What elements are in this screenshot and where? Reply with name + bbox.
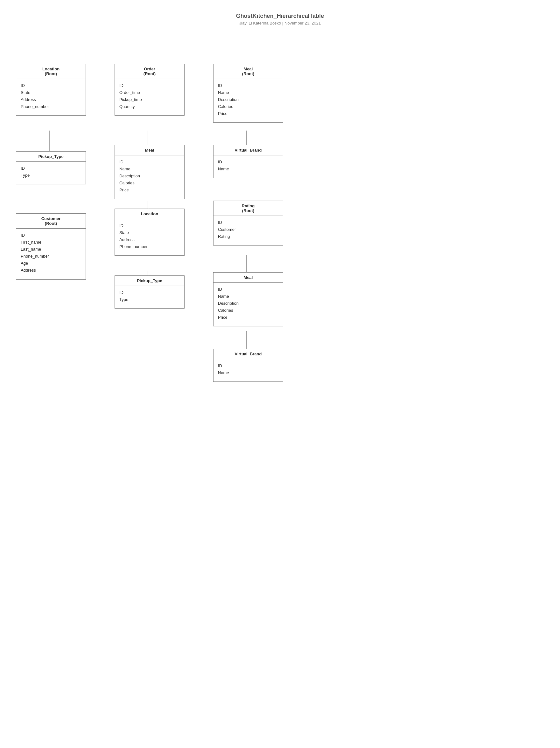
meal-order-table: Meal IDNameDescriptionCaloriesPrice [115, 145, 185, 199]
connectors-svg [0, 32, 560, 732]
meal-root-body: IDNameDescriptionCaloriesPrice [214, 79, 283, 122]
location-meal-table: Location IDStateAddressPhone_number [115, 209, 185, 256]
order-root-header: Order (Root) [115, 64, 184, 79]
customer-root-body: IDFirst_nameLast_namePhone_numberAgeAddr… [16, 229, 86, 279]
meal-rating-table: Meal IDNameDescriptionCaloriesPrice [213, 272, 283, 326]
meal-root-table: Meal (Root) IDNameDescriptionCaloriesPri… [213, 64, 283, 123]
meal-order-body: IDNameDescriptionCaloriesPrice [115, 156, 184, 199]
customer-root-header: Customer (Root) [16, 214, 86, 229]
virtual-brand-meal-root-header: Virtual_Brand [214, 145, 283, 156]
location-root-body: IDStateAddressPhone_number [16, 79, 86, 115]
pickup-type-location-table: Pickup_Type IDType [115, 276, 185, 308]
rating-root-table: Rating (Root) IDCustomerRating [213, 201, 283, 246]
pickup-type-left-table: Pickup_Type IDType [16, 151, 86, 184]
virtual-brand-meal-root-table: Virtual_Brand IDName [213, 145, 283, 178]
virtual-brand-meal-root-body: IDName [214, 156, 283, 178]
pickup-type-left-body: IDType [16, 162, 86, 184]
location-root-table: Location (Root) IDStateAddressPhone_numb… [16, 64, 86, 116]
order-root-body: IDOrder_timePickup_timeQuantity [115, 79, 184, 115]
rating-root-body: IDCustomerRating [214, 216, 283, 245]
page-subtitle: Jiayi Li Katerina Bosko | November 23, 2… [0, 21, 560, 25]
virtual-brand-rating-table: Virtual_Brand IDName [213, 349, 283, 382]
meal-rating-body: IDNameDescriptionCaloriesPrice [214, 283, 283, 326]
page-header: GhostKitchen_HierarchicalTable Jiayi Li … [0, 0, 560, 32]
virtual-brand-rating-header: Virtual_Brand [214, 349, 283, 359]
virtual-brand-rating-body: IDName [214, 359, 283, 381]
meal-rating-header: Meal [214, 273, 283, 283]
rating-root-header: Rating (Root) [214, 201, 283, 216]
customer-root-table: Customer (Root) IDFirst_nameLast_namePho… [16, 213, 86, 280]
diagram-area: Location (Root) IDStateAddressPhone_numb… [0, 32, 560, 732]
pickup-type-left-header: Pickup_Type [16, 151, 86, 162]
location-root-header: Location (Root) [16, 64, 86, 79]
meal-root-header: Meal (Root) [214, 64, 283, 79]
page-title: GhostKitchen_HierarchicalTable [0, 13, 560, 19]
meal-order-header: Meal [115, 145, 184, 156]
pickup-type-location-header: Pickup_Type [115, 276, 184, 286]
order-root-table: Order (Root) IDOrder_timePickup_timeQuan… [115, 64, 185, 116]
location-meal-body: IDStateAddressPhone_number [115, 219, 184, 255]
location-meal-header: Location [115, 209, 184, 219]
pickup-type-location-body: IDType [115, 286, 184, 308]
